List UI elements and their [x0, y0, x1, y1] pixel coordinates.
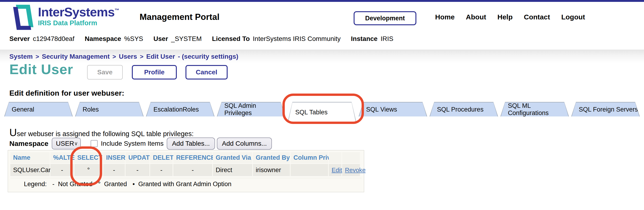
breadcrumb-system[interactable]: System — [9, 53, 33, 60]
assignment-sentence: User webuser is assigned the following S… — [9, 127, 194, 138]
info-user: User _SYSTEM — [154, 35, 202, 42]
legend-granted-symbol: ° — [98, 181, 101, 188]
tab-sql-foreign-servers-label: SQL Foreign Servers — [579, 106, 638, 113]
tab-sql-tables[interactable]: SQL Tables — [288, 102, 356, 122]
profile-button[interactable]: Profile — [132, 65, 177, 79]
tab-general-label: General — [12, 106, 34, 113]
namespace-select[interactable]: USER ∨ — [52, 138, 81, 149]
nav-contact[interactable]: Contact — [524, 13, 550, 21]
breadcrumb-suffix: - (security settings) — [178, 53, 238, 60]
tab-sql-procedures[interactable]: SQL Procedures — [430, 102, 498, 116]
tab-sql-views[interactable]: SQL Views — [358, 102, 427, 116]
legend-grant-admin-symbol: • — [132, 181, 135, 188]
nav-help[interactable]: Help — [498, 13, 512, 21]
col-header-insert[interactable]: INSERT — [103, 152, 125, 163]
info-licensed-to-value: InterSystems IRIS Community — [253, 35, 341, 42]
save-button[interactable]: Save — [87, 65, 123, 79]
col-header-granted-via[interactable]: Granted Via — [213, 152, 252, 163]
legend-not-granted: - Not Granted — [52, 181, 92, 188]
breadcrumb-separator: > — [36, 53, 39, 60]
cell-alter: - — [50, 164, 74, 176]
trademark-mark: ™ — [114, 8, 119, 13]
tab-sql-ml-configurations[interactable]: SQL ML Configurations — [500, 102, 569, 116]
breadcrumb-separator: > — [112, 53, 116, 60]
cell-granted-via: Direct — [213, 164, 252, 176]
tab-roles[interactable]: Roles — [75, 102, 144, 116]
nav-about[interactable]: About — [466, 13, 486, 21]
cell-insert: - — [103, 164, 125, 176]
tab-escalationroles-label: EscalationRoles — [154, 106, 199, 113]
col-header-delete[interactable]: DELETE — [150, 152, 172, 163]
sql-table-privileges-table: Name %ALTER SELECT INSERT UPDATE DELETE … — [8, 150, 364, 192]
assignment-text: ser webuser is assigned the following SQ… — [17, 130, 194, 138]
cell-select: ° — [74, 164, 102, 176]
logo-subtitle: IRIS Data Platform — [38, 19, 119, 27]
include-system-items-checkbox[interactable] — [91, 140, 98, 147]
tab-sql-procedures-label: SQL Procedures — [437, 106, 484, 113]
breadcrumb-security-management[interactable]: Security Management — [42, 53, 110, 60]
add-columns-button[interactable]: Add Columns... — [217, 138, 272, 150]
tab-general[interactable]: General — [4, 102, 73, 116]
info-namespace: Namespace %SYS — [85, 35, 143, 42]
nav-home[interactable]: Home — [435, 13, 454, 21]
brand-word: InterSystems — [38, 5, 114, 19]
info-namespace-value: %SYS — [124, 35, 143, 42]
cancel-button[interactable]: Cancel — [186, 65, 228, 79]
breadcrumb-users[interactable]: Users — [119, 53, 137, 60]
cell-granted-by: irisowner — [253, 164, 290, 176]
table-legend: Legend: - Not Granted ° Granted • Grante… — [10, 178, 362, 190]
cell-name: SQLUser.Cars — [10, 164, 50, 176]
revoke-link[interactable]: Revoke — [345, 167, 366, 174]
info-instance-label: Instance — [351, 35, 378, 42]
cell-references: - — [173, 164, 212, 176]
legend-label: Legend: — [24, 181, 47, 188]
col-header-name[interactable]: Name — [10, 152, 50, 163]
namespace-selected-value: USER — [56, 140, 74, 147]
cell-delete: - — [150, 164, 172, 176]
legend-grant-admin-text: Granted with Grant Admin Option — [138, 181, 232, 188]
cell-update: - — [126, 164, 150, 176]
tab-sql-foreign-servers[interactable]: SQL Foreign Servers — [571, 102, 640, 116]
info-user-label: User — [154, 35, 168, 42]
info-instance-value: IRIS — [380, 35, 393, 42]
col-header-granted-by[interactable]: Granted By — [253, 152, 290, 163]
tab-sql-ml-configurations-label: SQL ML Configurations — [508, 102, 568, 117]
top-accent-border — [0, 0, 644, 2]
col-header-references[interactable]: REFERENCES — [173, 152, 212, 163]
filter-controls-row: Namespace USER ∨ Include System Items Ad… — [9, 138, 272, 150]
col-header-update[interactable]: UPDATE — [126, 152, 150, 163]
breadcrumb-edit-user[interactable]: Edit User — [146, 53, 175, 60]
col-header-select[interactable]: SELECT — [74, 152, 102, 163]
breadcrumb-bar: System > Security Management > Users > E… — [0, 50, 644, 63]
table-row: SQLUser.Cars - ° - - - - Direct irisowne… — [10, 163, 362, 176]
chevron-down-icon: ∨ — [74, 141, 78, 147]
col-header-column-priv[interactable]: Column Priv — [290, 152, 328, 163]
cell-revoke: Revoke — [342, 164, 360, 176]
edit-link[interactable]: Edit — [332, 167, 342, 174]
info-user-value: _SYSTEM — [171, 35, 202, 42]
page-title: Edit User — [9, 61, 73, 77]
tab-sql-views-label: SQL Views — [366, 106, 397, 113]
legend-granted-text: Granted — [104, 181, 127, 188]
instance-info-row: Server c129478d0eaf Namespace %SYS User … — [9, 35, 394, 42]
logo-brand-name: InterSystems™ — [38, 5, 119, 18]
info-namespace-label: Namespace — [85, 35, 121, 42]
tab-escalationroles[interactable]: EscalationRoles — [146, 102, 214, 116]
include-system-items-label: Include System Items — [101, 140, 164, 147]
legend-granted: ° Granted — [98, 181, 127, 188]
legend-grant-admin: • Granted with Grant Admin Option — [132, 181, 231, 188]
nav-logout[interactable]: Logout — [561, 13, 585, 21]
edit-definition-heading: Edit definition for user webuser: — [9, 89, 124, 98]
top-navigation: Home About Help Contact Logout — [435, 13, 585, 21]
add-tables-button[interactable]: Add Tables... — [167, 138, 215, 150]
col-header-alter[interactable]: %ALTER — [50, 152, 74, 163]
tab-roles-label: Roles — [83, 106, 99, 113]
logo-text: InterSystems™ IRIS Data Platform — [38, 4, 119, 27]
col-header-revoke-spacer — [342, 152, 360, 163]
assignment-dropcap: U — [9, 127, 17, 138]
tab-sql-admin-privileges[interactable]: SQL Admin Privileges — [217, 102, 286, 116]
cell-column-priv — [290, 164, 328, 176]
breadcrumb-separator: > — [140, 53, 143, 60]
environment-badge-development[interactable]: Development — [354, 11, 416, 25]
col-header-edit-spacer — [329, 152, 342, 163]
